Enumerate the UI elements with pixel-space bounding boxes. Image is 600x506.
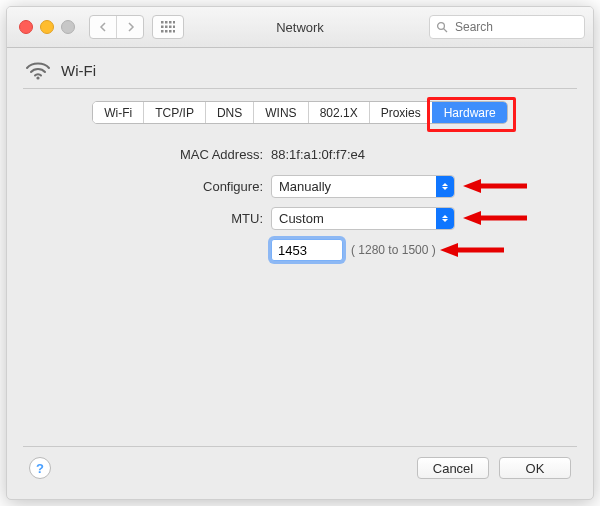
cancel-button[interactable]: Cancel xyxy=(417,457,489,479)
svg-rect-9 xyxy=(165,30,168,33)
nav-back-button[interactable] xyxy=(90,16,116,38)
footer: ? Cancel OK xyxy=(23,446,577,487)
tab-8021x[interactable]: 802.1X xyxy=(308,102,369,123)
window-zoom-button xyxy=(61,20,75,34)
grid-icon xyxy=(161,21,175,33)
wifi-icon xyxy=(25,60,51,80)
svg-marker-18 xyxy=(463,211,481,225)
svg-rect-4 xyxy=(161,26,164,29)
window-close-button[interactable] xyxy=(19,20,33,34)
help-button[interactable]: ? xyxy=(29,457,51,479)
svg-rect-1 xyxy=(165,21,168,24)
tab-tcpip[interactable]: TCP/IP xyxy=(143,102,205,123)
nav-forward-button[interactable] xyxy=(116,16,143,38)
svg-rect-5 xyxy=(165,26,168,29)
content: Wi-Fi Wi-Fi TCP/IP DNS WINS 802.1X Proxi… xyxy=(7,48,593,499)
annotation-arrow xyxy=(463,210,529,226)
tab-wins[interactable]: WINS xyxy=(253,102,307,123)
window-minimize-button[interactable] xyxy=(40,20,54,34)
svg-rect-0 xyxy=(161,21,164,24)
svg-rect-3 xyxy=(173,21,175,24)
configure-select[interactable]: Manually xyxy=(271,175,455,198)
nav-back-forward xyxy=(89,15,144,39)
titlebar: Network xyxy=(7,7,593,48)
configure-label: Configure: xyxy=(33,179,263,194)
svg-rect-10 xyxy=(169,30,172,33)
chevron-updown-icon xyxy=(436,208,454,229)
annotation-arrow xyxy=(440,242,506,258)
search-input[interactable] xyxy=(453,19,578,35)
ok-button[interactable]: OK xyxy=(499,457,571,479)
svg-rect-2 xyxy=(169,21,172,24)
configure-value: Manually xyxy=(279,179,331,194)
svg-marker-16 xyxy=(463,179,481,193)
mac-value: 88:1f:a1:0f:f7:e4 xyxy=(271,147,365,162)
divider xyxy=(23,88,577,89)
tab-wifi[interactable]: Wi-Fi xyxy=(93,102,143,123)
svg-rect-8 xyxy=(161,30,164,33)
svg-rect-7 xyxy=(173,26,175,29)
mtu-label: MTU: xyxy=(33,211,263,226)
row-mac: MAC Address: 88:1f:a1:0f:f7:e4 xyxy=(33,142,577,166)
pane-title: Wi-Fi xyxy=(61,62,96,79)
tab-bar: Wi-Fi TCP/IP DNS WINS 802.1X Proxies Har… xyxy=(23,101,577,124)
mtu-value: Custom xyxy=(279,211,324,226)
search-icon xyxy=(436,21,448,33)
svg-marker-20 xyxy=(440,243,458,257)
preferences-window: Network Wi-Fi Wi-Fi xyxy=(6,6,594,500)
mtu-range-hint: ( 1280 to 1500 ) xyxy=(351,243,436,257)
show-all-button[interactable] xyxy=(152,15,184,39)
tab-hardware[interactable]: Hardware xyxy=(432,102,507,123)
tab-dns[interactable]: DNS xyxy=(205,102,253,123)
svg-rect-6 xyxy=(169,26,172,29)
search-field[interactable] xyxy=(429,15,585,39)
traffic-lights xyxy=(15,20,75,34)
chevron-updown-icon xyxy=(436,176,454,197)
svg-point-14 xyxy=(36,76,39,79)
mac-label: MAC Address: xyxy=(33,147,263,162)
pane-heading: Wi-Fi xyxy=(23,60,577,86)
mtu-number-input[interactable] xyxy=(271,239,343,261)
mtu-select[interactable]: Custom xyxy=(271,207,455,230)
annotation-arrow xyxy=(463,178,529,194)
tab-proxies[interactable]: Proxies xyxy=(369,102,432,123)
svg-point-12 xyxy=(438,23,445,30)
svg-line-13 xyxy=(444,29,447,32)
svg-rect-11 xyxy=(173,30,175,33)
